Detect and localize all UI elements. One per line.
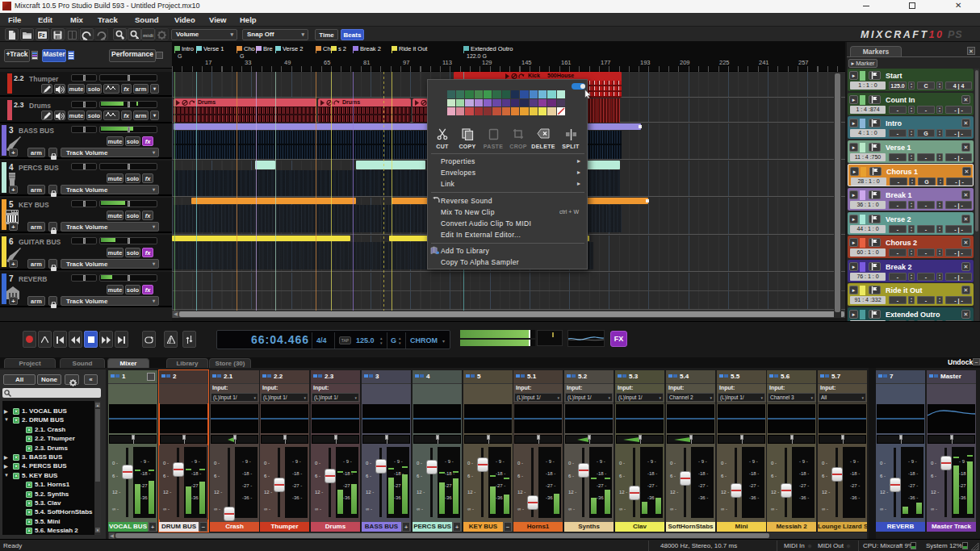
svg-text:midi: midi — [143, 33, 153, 38]
svg-text:Fz: Fz — [39, 32, 45, 38]
